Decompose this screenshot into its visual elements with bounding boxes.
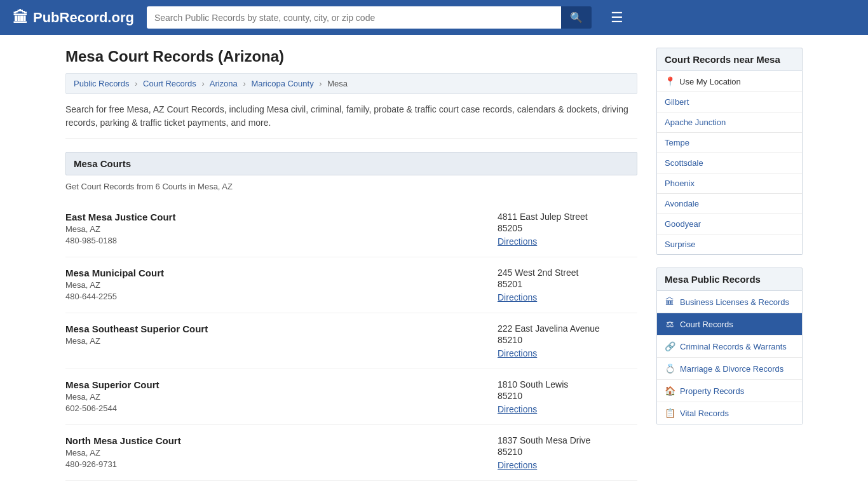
section-subtext: Get Court Records from 6 Courts in Mesa,… [65, 182, 637, 191]
breadcrumb-sep-1: › [135, 79, 137, 88]
search-container: 🔍 [147, 6, 592, 29]
court-info: Mesa Superior Court Mesa, AZ 602-506-254… [65, 379, 485, 414]
records-title: Mesa Public Records [656, 268, 803, 291]
breadcrumb-sep-3: › [243, 79, 245, 88]
logo-text: PubRecord.org [33, 10, 134, 26]
court-zip: 85205 [498, 223, 637, 233]
court-phone: 602-506-2544 [65, 403, 485, 413]
nearby-city-item[interactable]: Goodyear [657, 214, 802, 234]
nearby-city-item[interactable]: Apache Junction [657, 112, 802, 133]
nearby-list: 📍 Use My Location GilbertApache Junction… [656, 71, 803, 255]
page-description: Search for free Mesa, AZ Court Records, … [65, 103, 637, 139]
logo[interactable]: 🏛 PubRecord.org [13, 9, 134, 27]
court-name: Mesa Municipal Court [65, 268, 485, 278]
record-icon: 📋 [665, 408, 675, 418]
breadcrumb-mesa: Mesa [327, 79, 348, 88]
record-label: Property Records [680, 386, 744, 396]
content-area: Mesa Court Records (Arizona) Public Reco… [65, 48, 637, 481]
sidebar-record-item[interactable]: 🏛 Business Licenses & Records [657, 291, 802, 313]
use-location-label: Use My Location [679, 77, 741, 86]
court-info: Mesa Southeast Superior Court Mesa, AZ [65, 323, 485, 358]
court-name: East Mesa Justice Court [65, 212, 485, 222]
nearby-city-item[interactable]: Surprise [657, 234, 802, 254]
court-name: Mesa Southeast Superior Court [65, 323, 485, 334]
court-info: North Mesa Justice Court Mesa, AZ 480-92… [65, 435, 485, 470]
section-header: Mesa Courts [65, 152, 637, 175]
record-icon: 💍 [665, 363, 675, 374]
court-entry: East Mesa Justice Court Mesa, AZ 480-985… [65, 201, 637, 257]
sidebar-record-item[interactable]: 💍 Marriage & Divorce Records [657, 358, 802, 380]
court-phone: 480-926-9731 [65, 459, 485, 469]
court-zip: 85210 [498, 447, 637, 457]
sidebar-record-item[interactable]: 🔗 Criminal Records & Warrants [657, 336, 802, 358]
search-input[interactable] [147, 6, 561, 29]
court-street: 222 East Javelina Avenue [498, 323, 637, 334]
sidebar: Court Records near Mesa 📍 Use My Locatio… [656, 48, 803, 481]
courts-list: East Mesa Justice Court Mesa, AZ 480-985… [65, 201, 637, 481]
court-street: 1810 South Lewis [498, 379, 637, 390]
nearby-title: Court Records near Mesa [656, 48, 803, 71]
sidebar-record-item[interactable]: 📋 Vital Records [657, 402, 802, 424]
directions-link[interactable]: Directions [498, 404, 537, 414]
court-entry: North Mesa Justice Court Mesa, AZ 480-92… [65, 425, 637, 481]
court-name: Mesa Superior Court [65, 379, 485, 390]
nearby-city-item[interactable]: Avondale [657, 194, 802, 214]
main-container: Mesa Court Records (Arizona) Public Reco… [53, 35, 815, 488]
court-city: Mesa, AZ [65, 392, 485, 402]
nearby-cities: GilbertApache JunctionTempeScottsdalePho… [657, 92, 802, 254]
directions-link[interactable]: Directions [498, 236, 537, 247]
records-list: 🏛 Business Licenses & Records ⚖ Court Re… [656, 291, 803, 424]
court-entry: Mesa Superior Court Mesa, AZ 602-506-254… [65, 369, 637, 425]
court-street: 245 West 2nd Street [498, 268, 637, 278]
court-city: Mesa, AZ [65, 448, 485, 458]
court-address: 245 West 2nd Street 85201 Directions [498, 268, 637, 302]
nearby-city-item[interactable]: Phoenix [657, 173, 802, 194]
court-zip: 85201 [498, 279, 637, 289]
record-icon: 🔗 [665, 341, 675, 351]
record-icon: 🏠 [665, 386, 675, 396]
court-info: Mesa Municipal Court Mesa, AZ 480-644-22… [65, 268, 485, 302]
court-street: 1837 South Mesa Drive [498, 435, 637, 445]
page-title: Mesa Court Records (Arizona) [65, 48, 637, 65]
sidebar-record-item[interactable]: 🏠 Property Records [657, 380, 802, 402]
sidebar-record-item[interactable]: ⚖ Court Records [657, 313, 802, 336]
breadcrumb-public-records[interactable]: Public Records [74, 79, 129, 88]
directions-link[interactable]: Directions [498, 292, 537, 302]
breadcrumb-sep-4: › [319, 79, 322, 88]
record-label: Marriage & Divorce Records [680, 364, 783, 374]
court-address: 1810 South Lewis 85210 Directions [498, 379, 637, 414]
directions-link[interactable]: Directions [498, 348, 537, 358]
breadcrumb-maricopa[interactable]: Maricopa County [251, 79, 313, 88]
court-city: Mesa, AZ [65, 336, 485, 346]
nearby-city-item[interactable]: Scottsdale [657, 153, 802, 173]
breadcrumb-court-records[interactable]: Court Records [143, 79, 196, 88]
menu-button[interactable]: ☰ [611, 10, 623, 26]
court-address: 4811 East Julep Street 85205 Directions [498, 212, 637, 247]
use-my-location[interactable]: 📍 Use My Location [657, 71, 802, 92]
record-icon: 🏛 [665, 297, 675, 307]
nearby-city-item[interactable]: Gilbert [657, 92, 802, 112]
breadcrumb-arizona[interactable]: Arizona [210, 79, 238, 88]
court-info: East Mesa Justice Court Mesa, AZ 480-985… [65, 212, 485, 247]
court-zip: 85210 [498, 335, 637, 345]
court-street: 4811 East Julep Street [498, 212, 637, 222]
search-button[interactable]: 🔍 [561, 6, 592, 29]
court-phone: 480-985-0188 [65, 236, 485, 245]
directions-link[interactable]: Directions [498, 460, 537, 470]
logo-icon: 🏛 [13, 9, 28, 27]
record-label: Business Licenses & Records [680, 297, 789, 307]
nearby-city-item[interactable]: Tempe [657, 133, 802, 153]
record-icon: ⚖ [665, 319, 675, 329]
court-city: Mesa, AZ [65, 224, 485, 234]
location-pin-icon: 📍 [665, 76, 675, 86]
breadcrumb-sep-2: › [201, 79, 204, 88]
court-entry: Mesa Southeast Superior Court Mesa, AZ 2… [65, 313, 637, 369]
court-zip: 85210 [498, 391, 637, 401]
court-name: North Mesa Justice Court [65, 435, 485, 446]
court-phone: 480-644-2255 [65, 292, 485, 301]
header: 🏛 PubRecord.org 🔍 ☰ [0, 0, 868, 35]
breadcrumb: Public Records › Court Records › Arizona… [65, 73, 637, 94]
court-city: Mesa, AZ [65, 280, 485, 290]
menu-icon: ☰ [611, 10, 623, 25]
record-label: Court Records [680, 320, 733, 329]
